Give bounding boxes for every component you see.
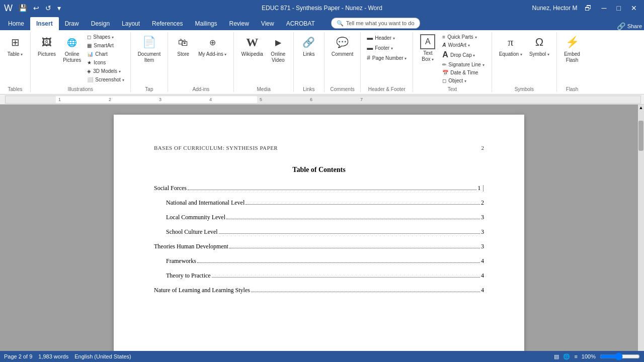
page-number-button[interactable]: # Page Number ▾ xyxy=(365,53,409,62)
toc-entry-social-forces: Social Forces 1 | xyxy=(154,184,484,192)
toc-label: Theories Human Development xyxy=(154,243,228,250)
embed-flash-label: EmbedFlash xyxy=(564,51,580,63)
group-tap: 📄 DocumentItem Tap xyxy=(131,32,169,92)
store-button[interactable]: 🛍 Store xyxy=(172,32,194,59)
toc-page: 3 xyxy=(481,228,484,236)
customize-qat-button[interactable]: ▾ xyxy=(55,3,63,13)
close-button[interactable]: ✕ xyxy=(628,4,640,12)
smartart-label: SmartArt xyxy=(94,43,113,48)
toc-dots xyxy=(212,277,480,278)
restore-down-button[interactable]: 🗗 xyxy=(582,4,595,12)
3d-models-button[interactable]: ◈ 3D Models ▾ xyxy=(85,67,126,75)
toc-entry-theory-practice: Theory to Practice 4 xyxy=(154,272,484,280)
page-header-title: BASES OF CURRICULUM: SYNTHESIS PAPER xyxy=(154,145,278,151)
header-button[interactable]: ▬ Header ▾ xyxy=(365,33,409,42)
document-page: BASES OF CURRICULUM: SYNTHESIS PAPER 2 T… xyxy=(114,115,524,351)
redo-button[interactable]: ↺ xyxy=(43,3,53,13)
online-video-button[interactable]: ▶ OnlineVideo xyxy=(267,32,289,65)
toc-label: National and International Level xyxy=(166,199,245,207)
group-header-footer: ▬ Header ▾ ▬ Footer ▾ # Page Number ▾ He… xyxy=(361,32,413,92)
signature-line-button[interactable]: ✏ Signature Line ▾ xyxy=(440,61,486,68)
text-box-button[interactable]: A TextBox ▾ xyxy=(417,32,438,64)
equation-button[interactable]: π Equation ▾ xyxy=(496,32,525,59)
cursor-indicator: | xyxy=(482,184,484,192)
tab-acrobat[interactable]: ACROBAT xyxy=(280,17,321,30)
toc-page: 4 xyxy=(481,257,484,265)
tab-view[interactable]: View xyxy=(255,17,280,30)
maximize-button[interactable]: □ xyxy=(614,4,624,12)
scroll-up-button[interactable]: ▲ xyxy=(638,105,644,111)
date-time-button[interactable]: 📅 Date & Time xyxy=(440,69,486,76)
store-label: Store xyxy=(177,51,189,57)
tab-review[interactable]: Review xyxy=(223,17,255,30)
links-button[interactable]: 🔗 Links xyxy=(298,32,320,59)
date-time-label: Date & Time xyxy=(450,70,478,75)
my-addins-button[interactable]: ⊕ My Add-ins ▾ xyxy=(195,32,229,59)
vertical-scrollbar[interactable]: ▲ xyxy=(638,105,644,351)
pictures-button[interactable]: 🖼 Pictures xyxy=(35,32,59,59)
chart-label: Chart xyxy=(95,51,107,57)
tab-home[interactable]: Home xyxy=(2,17,30,30)
tab-draw[interactable]: Draw xyxy=(59,17,85,30)
group-tables: ⊞ Table ▾ Tables xyxy=(0,32,31,92)
wordart-button[interactable]: A WordArt ▾ xyxy=(440,41,486,49)
view-web-icon[interactable]: 🌐 xyxy=(563,353,570,360)
tab-layout[interactable]: Layout xyxy=(116,17,146,30)
links-group-label: Links xyxy=(303,86,314,92)
table-button[interactable]: ⊞ Table ▾ xyxy=(4,32,26,59)
document-item-button[interactable]: 📄 DocumentItem xyxy=(135,32,164,65)
3d-models-label: 3D Models ▾ xyxy=(93,68,121,74)
embed-flash-button[interactable]: ⚡ EmbedFlash xyxy=(561,32,583,65)
tab-mailings[interactable]: Mailings xyxy=(189,17,223,30)
tab-references[interactable]: References xyxy=(146,17,189,30)
toc-dots xyxy=(219,233,480,234)
page-number-label: Page Number ▾ xyxy=(372,55,407,61)
ruler: 1 2 3 4 5 6 7 xyxy=(0,95,644,105)
status-bar: Page 2 of 9 1,983 words English (United … xyxy=(0,351,644,362)
shapes-label: Shapes ▾ xyxy=(93,34,114,40)
chart-button[interactable]: 📊 Chart xyxy=(85,50,126,58)
document-item-icon: 📄 xyxy=(141,34,157,50)
comment-icon: 💬 xyxy=(334,34,350,50)
toc-entry-national: National and International Level 2 xyxy=(154,199,484,207)
online-video-icon: ▶ xyxy=(270,34,286,50)
quick-parts-button[interactable]: ≡ Quick Parts ▾ xyxy=(440,33,486,41)
minimize-button[interactable]: ─ xyxy=(599,4,610,12)
view-normal-icon[interactable]: ▤ xyxy=(554,353,559,360)
my-addins-label: My Add-ins ▾ xyxy=(198,51,226,57)
online-pictures-button[interactable]: 🌐 OnlinePictures xyxy=(60,32,84,65)
shapes-button[interactable]: ◻ Shapes ▾ xyxy=(85,33,126,41)
tab-design[interactable]: Design xyxy=(85,17,116,30)
embed-flash-icon: ⚡ xyxy=(564,34,580,50)
comment-button[interactable]: 💬 Comment xyxy=(329,32,356,59)
undo-button[interactable]: ↩ xyxy=(31,3,41,13)
smartart-button[interactable]: ▦ SmartArt xyxy=(85,42,126,49)
wikipedia-icon: W xyxy=(244,34,260,50)
app-window: W 💾 ↩ ↺ ▾ EDUC 871 - Synthesis Paper - N… xyxy=(0,0,644,362)
footer-button[interactable]: ▬ Footer ▾ xyxy=(365,43,409,52)
save-button[interactable]: 💾 xyxy=(17,3,29,13)
tab-insert[interactable]: Insert xyxy=(30,17,59,30)
drop-cap-button[interactable]: A Drop Cap ▾ xyxy=(440,49,486,60)
symbol-button[interactable]: Ω Symbol ▾ xyxy=(526,32,552,59)
header-footer-group-label: Header & Footer xyxy=(368,86,406,92)
view-outline-icon[interactable]: ≡ xyxy=(574,353,577,359)
object-button[interactable]: ◻ Object ▾ xyxy=(440,77,486,84)
content-area: BASES OF CURRICULUM: SYNTHESIS PAPER 2 T… xyxy=(0,105,644,351)
wikipedia-button[interactable]: W Wikipedia xyxy=(238,32,266,59)
group-text: A TextBox ▾ ≡ Quick Parts ▾ A WordArt ▾ … xyxy=(413,32,492,92)
zoom-slider[interactable] xyxy=(600,354,640,359)
scrollbar-thumb[interactable] xyxy=(638,121,643,151)
chart-icon: 📊 xyxy=(87,51,93,57)
footer-label: Footer ▾ xyxy=(375,45,393,51)
share-icon: 🔗 xyxy=(617,22,625,30)
quick-access-toolbar: W 💾 ↩ ↺ ▾ xyxy=(4,3,63,14)
icons-icon: ★ xyxy=(87,60,92,65)
store-icon: 🛍 xyxy=(175,34,191,50)
document-scroll[interactable]: BASES OF CURRICULUM: SYNTHESIS PAPER 2 T… xyxy=(0,105,638,351)
icons-button[interactable]: ★ Icons xyxy=(85,59,126,66)
toc-page: 4 xyxy=(481,272,484,280)
title-bar: W 💾 ↩ ↺ ▾ EDUC 871 - Synthesis Paper - N… xyxy=(0,0,644,16)
screenshot-button[interactable]: ⬜ Screenshot ▾ xyxy=(85,76,126,83)
tell-me-box[interactable]: 🔍 Tell me what you want to do xyxy=(331,18,420,29)
